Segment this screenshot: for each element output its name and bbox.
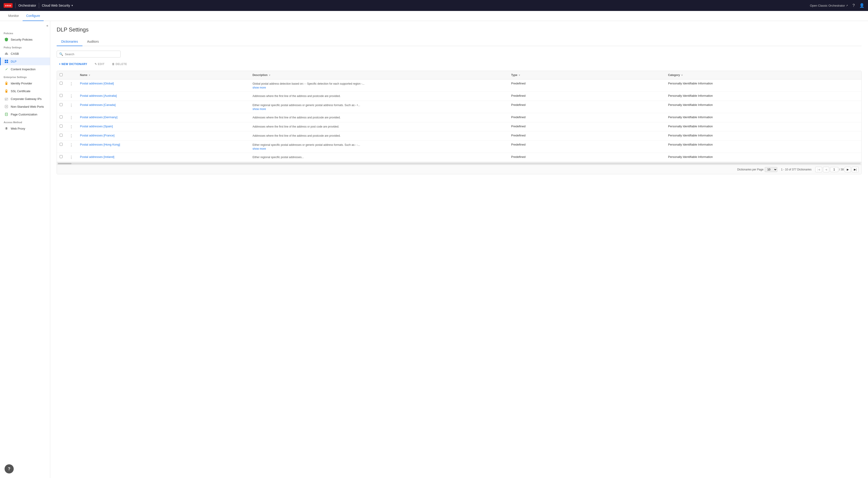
sidebar-item-label: DLP [11,60,17,63]
pagination-footer: Dictionaries per Page 10 25 50 100 1 - 1… [57,165,861,174]
row-type-cell: Predefined [508,101,665,113]
sidebar-item-label: Corporate Gateway IPs [11,97,41,101]
sidebar-item-label: Identity Provider [11,82,32,85]
row-menu-dots-5[interactable]: ⋮ [68,134,74,138]
help-icon[interactable]: ? [852,3,855,8]
row-checkbox-5[interactable] [60,134,63,137]
row-name-link-5[interactable]: Postal addresses [France] [80,134,115,137]
row-name-link-7[interactable]: Postal addresses [Ireland] [80,155,114,159]
row-menu-dots-0[interactable]: ⋮ [68,81,74,86]
row-name-link-3[interactable]: Postal addresses [Germany] [80,115,117,119]
sidebar-item-non-standard-web-ports[interactable]: Non-Standard Web Ports [0,103,50,110]
row-desc-text-2: Either regional specific postal addresse… [252,104,360,107]
service-selector[interactable]: Cloud Web Security ▾ [42,4,73,7]
row-menu-dots-4[interactable]: ⋮ [68,124,74,129]
sidebar-item-page-customization[interactable]: Page Customization [0,110,50,118]
help-icon: ? [8,467,10,471]
sort-type-icon[interactable]: ▼ [518,74,521,76]
sidebar-section-policies: Policies [0,29,50,36]
prev-page-button[interactable]: ◀ [823,167,829,172]
svg-rect-3 [7,62,8,63]
row-menu-dots-3[interactable]: ⋮ [68,115,74,120]
sidebar-item-ssl-certificate[interactable]: SSL Certificate [0,87,50,95]
row-name-link-2[interactable]: Postal addresses [Canada] [80,103,116,107]
sort-desc-icon[interactable]: ▼ [269,74,271,76]
open-classic-link[interactable]: Open Classic Orchestrator ↗ [810,4,848,7]
row-menu-dots-1[interactable]: ⋮ [68,94,74,99]
row-name-link-6[interactable]: Postal addresses [Hong Kong] [80,143,120,146]
row-category-value-4: Personally Identifiable Information [668,125,713,128]
show-more-link-0[interactable]: show more [252,86,266,89]
select-all-checkbox[interactable] [60,73,63,76]
row-type-value-3: Predefined [511,115,526,119]
row-menu-dots-7[interactable]: ⋮ [68,155,74,160]
sidebar-item-security-policies[interactable]: Security Policies [0,36,50,43]
row-checkbox-cell [57,101,65,113]
table-row: ⋮ Postal addresses [France] Addresses wh… [57,131,861,141]
tab-auditors[interactable]: Auditors [83,37,103,46]
row-checkbox-4[interactable] [60,125,63,128]
row-category-cell: Personally Identifiable Information [665,101,861,113]
row-menu-cell: ⋮ [65,141,77,153]
svg-rect-1 [7,60,8,61]
sidebar-item-corporate-gateway-ips[interactable]: Corporate Gateway IPs [0,95,50,103]
row-checkbox-7[interactable] [60,155,63,158]
row-name-link-1[interactable]: Postal addresses [Australia] [80,94,117,97]
horizontal-scrollbar[interactable] [57,162,861,165]
next-page-button[interactable]: ▶ [845,167,851,172]
sidebar-item-content-inspection[interactable]: Content Inspection [0,65,50,73]
sidebar-item-identity-provider[interactable]: Identity Provider [0,79,50,87]
last-page-button[interactable]: ▶| [852,167,859,172]
search-container: 🔍 [57,50,862,58]
edit-button[interactable]: ✎ EDIT [92,61,107,67]
row-menu-cell: ⋮ [65,101,77,113]
sort-cat-icon[interactable]: ▼ [681,74,683,76]
per-page-selector: Dictionaries per Page 10 25 50 100 [737,167,778,172]
row-desc-cell: Addresses where the first line of the ad… [250,113,508,122]
sidebar-item-casb[interactable]: CASB [0,50,50,58]
delete-button[interactable]: 🗑 DELETE [110,61,129,67]
sidebar-item-label: Page Customization [11,113,37,116]
per-page-select-input[interactable]: 10 25 50 100 [765,167,777,172]
new-dictionary-button[interactable]: + NEW DICTIONARY [57,61,90,67]
row-category-value-5: Personally Identifiable Information [668,134,713,137]
row-desc-text-5: Addresses where the first line of the ad… [252,134,341,137]
row-checkbox-0[interactable] [60,82,63,84]
chevron-down-icon: ▾ [71,4,73,7]
row-type-cell: Predefined [508,141,665,153]
sidebar-item-dlp[interactable]: DLP [0,58,50,65]
show-more-link-2[interactable]: show more [252,107,266,111]
tab-monitor[interactable]: Monitor [5,11,23,21]
row-type-value-0: Predefined [511,82,526,85]
sidebar-item-web-proxy[interactable]: Web Proxy [0,125,50,132]
row-name-cell: Postal addresses [Germany] [77,113,250,122]
row-checkbox-3[interactable] [60,115,63,118]
row-menu-dots-2[interactable]: ⋮ [68,103,74,108]
help-button[interactable]: ? [5,464,14,473]
sidebar-section-policy-settings: Policy Settings [0,43,50,50]
show-more-link-6[interactable]: show more [252,147,266,150]
row-desc-cell: Global postal address detection based on… [250,79,508,92]
sidebar-collapse-button[interactable]: « [0,23,50,29]
row-menu-dots-6[interactable]: ⋮ [68,143,74,147]
row-checkbox-1[interactable] [60,94,63,97]
tab-configure[interactable]: Configure [23,11,44,21]
row-name-link-0[interactable]: Postal addresses [Global] [80,82,114,85]
current-page-input[interactable] [830,167,838,172]
tab-dictionaries[interactable]: Dictionaries [57,37,83,46]
grid-icon [4,59,8,63]
first-page-button[interactable]: |◀ [815,167,822,172]
row-checkbox-6[interactable] [60,143,63,146]
row-name-link-4[interactable]: Postal addresses [Spain] [80,125,113,128]
user-icon[interactable]: 👤 [859,3,864,8]
svg-rect-2 [5,62,6,63]
sort-name-icon[interactable]: ▼ [88,74,91,76]
row-checkbox-2[interactable] [60,103,63,106]
row-type-cell: Predefined [508,113,665,122]
search-input[interactable] [65,53,118,56]
row-category-cell: Personally Identifiable Information [665,122,861,131]
table-row: ⋮ Postal addresses [Ireland] Either regi… [57,153,861,162]
sidebar-item-label: CASB [11,52,19,56]
row-desc-cell: Either regional specific postal addresse… [250,141,508,153]
row-desc-text-6: Either regional specific postal addresse… [252,143,360,146]
